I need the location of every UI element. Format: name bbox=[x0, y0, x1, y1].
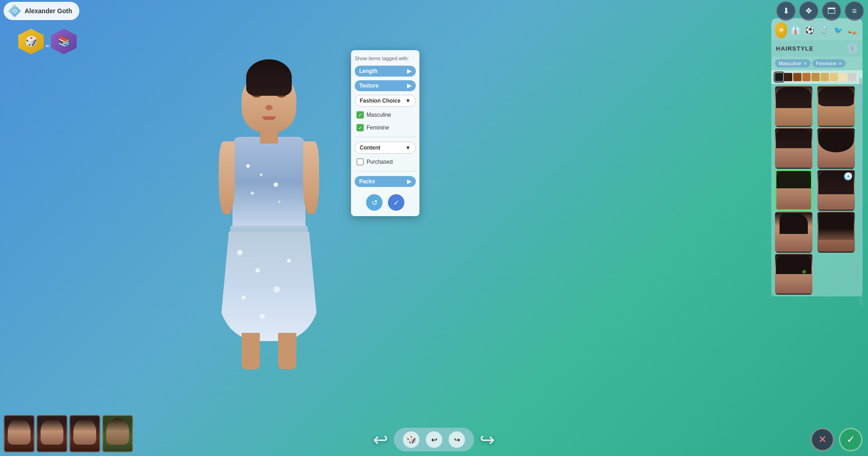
filter-reset-button[interactable]: ↺ bbox=[366, 194, 382, 211]
filter-texture-dropdown[interactable]: Texture ▶ bbox=[355, 80, 416, 91]
bottom-right-actions: ✕ ✓ bbox=[811, 428, 863, 451]
download-button[interactable]: ⬇ bbox=[776, 1, 796, 21]
redo-button[interactable]: ↪ bbox=[449, 431, 465, 448]
sim-right-arm bbox=[303, 141, 319, 214]
shirt-category-icon[interactable]: 👔 bbox=[789, 22, 801, 38]
rotate-left-button[interactable]: ↩ bbox=[373, 429, 388, 450]
tag-masculine-remove[interactable]: ✕ bbox=[803, 61, 807, 66]
sim-dress-top bbox=[232, 137, 305, 228]
sim-character[interactable] bbox=[210, 55, 328, 383]
color-auburn[interactable] bbox=[802, 73, 811, 81]
sim-thumb-2[interactable] bbox=[36, 415, 67, 452]
hair-option-2[interactable] bbox=[817, 86, 855, 127]
bottom-center-controls: ↩ 🎲 ↩ ↪ ↪ bbox=[373, 428, 495, 451]
sim-nose bbox=[265, 105, 273, 110]
filter-masculine-label: Masculine bbox=[367, 112, 391, 118]
body-category-icon[interactable]: ☀ bbox=[775, 22, 787, 38]
hair-option-5[interactable] bbox=[775, 170, 812, 211]
divider-2 bbox=[355, 171, 416, 171]
hairstyle-title-row: Hairstyle i bbox=[771, 40, 863, 57]
sim-thumb-4[interactable] bbox=[102, 415, 133, 452]
filter-masculine-checkbox[interactable]: ✓ bbox=[356, 111, 364, 119]
filter-masculine-row[interactable]: ✓ Masculine bbox=[355, 110, 416, 119]
accessories-category-icon[interactable]: 💍 bbox=[818, 22, 830, 38]
bird-category-icon[interactable]: 🐦 bbox=[832, 22, 844, 38]
divider-1 bbox=[355, 137, 416, 137]
confirm-button[interactable]: ✓ bbox=[839, 428, 863, 451]
filter-content-arrow: ▼ bbox=[405, 145, 411, 151]
top-left: ◇ Alexander Goth bbox=[4, 2, 79, 20]
tag-masculine: Masculine ✕ bbox=[775, 59, 811, 67]
filter-purchased-row[interactable]: Purchased bbox=[355, 157, 416, 166]
filter-feminine-row[interactable]: ✓ Feminine bbox=[355, 123, 416, 132]
color-black[interactable] bbox=[775, 73, 783, 81]
sim-thumb-1[interactable] bbox=[4, 415, 35, 452]
hair-option-8[interactable] bbox=[817, 212, 855, 253]
sim-left-arm bbox=[219, 141, 235, 214]
hair-option-3[interactable] bbox=[775, 128, 812, 169]
hex-connector bbox=[46, 45, 49, 47]
hairstyle-info-button[interactable]: i bbox=[847, 43, 858, 54]
dice-button[interactable]: 🎲 bbox=[403, 431, 419, 448]
filter-length-dropdown[interactable]: Length ▶ bbox=[355, 66, 416, 77]
sim-left-leg bbox=[242, 333, 260, 369]
filter-content-dropdown[interactable]: Content ▼ bbox=[355, 142, 416, 154]
color-light-blonde[interactable] bbox=[830, 73, 838, 81]
hair-option-7[interactable] bbox=[775, 212, 812, 253]
sim-name-badge[interactable]: ◇ Alexander Goth bbox=[4, 2, 79, 20]
filter-content-label: Content bbox=[360, 145, 380, 151]
hair-options-grid: ▲ bbox=[771, 84, 863, 296]
filter-purchased-checkbox[interactable] bbox=[356, 158, 364, 166]
sim-mouth bbox=[262, 116, 276, 120]
rotate-right-button[interactable]: ↪ bbox=[480, 429, 495, 450]
tag-feminine-label: Feminine bbox=[816, 61, 837, 66]
hairstyle-title: Hairstyle bbox=[776, 45, 814, 52]
soccer-category-icon[interactable]: ⚽ bbox=[804, 22, 816, 38]
hair-option-4[interactable] bbox=[817, 128, 855, 169]
menu-button[interactable]: ≡ bbox=[844, 1, 864, 21]
sim-right-leg bbox=[278, 333, 296, 369]
cancel-button[interactable]: ✕ bbox=[811, 428, 834, 451]
filter-fashion-choice-arrow: ▼ bbox=[405, 98, 411, 104]
filter-feminine-checkbox[interactable]: ✓ bbox=[356, 124, 364, 131]
shoes-category-icon[interactable]: 👡 bbox=[847, 22, 859, 38]
tag-row: Masculine ✕ Feminine ✕ bbox=[771, 57, 863, 70]
hair-option-9[interactable] bbox=[775, 254, 812, 295]
sim-name: Alexander Goth bbox=[25, 7, 72, 15]
scrollbar-thumb[interactable] bbox=[859, 78, 862, 114]
filter-packs-arrow: ▶ bbox=[407, 178, 411, 185]
hex-badges: 🎲 📚 bbox=[18, 29, 77, 54]
filter-fashion-choice-dropdown[interactable]: Fashion Choice ▼ bbox=[355, 95, 416, 107]
scrollbar-track bbox=[859, 78, 863, 306]
color-platinum[interactable] bbox=[839, 73, 847, 81]
diamond-icon: ◇ bbox=[8, 5, 21, 17]
color-blonde[interactable] bbox=[821, 73, 829, 81]
sim-skirt bbox=[219, 232, 319, 341]
hex-gold-badge[interactable]: 🎲 bbox=[18, 29, 44, 54]
share-button[interactable]: ❖ bbox=[799, 1, 819, 21]
color-swatch-row bbox=[771, 70, 863, 84]
color-dark-brown[interactable] bbox=[784, 73, 792, 81]
color-gray[interactable] bbox=[848, 73, 856, 81]
color-blonde-dark[interactable] bbox=[811, 73, 820, 81]
gallery-button[interactable]: 🗖 bbox=[822, 1, 842, 21]
filter-purchased-label: Purchased bbox=[367, 159, 393, 165]
filter-texture-arrow: ▶ bbox=[407, 83, 411, 89]
hair-option-6[interactable]: ▲ bbox=[817, 170, 855, 211]
filter-texture-label: Texture bbox=[359, 83, 378, 89]
color-brown[interactable] bbox=[793, 73, 801, 81]
tag-feminine-remove[interactable]: ✕ bbox=[838, 61, 842, 66]
top-right-buttons: ⬇ ❖ 🗖 ≡ bbox=[776, 1, 864, 21]
top-bar: ◇ Alexander Goth ⬇ ❖ 🗖 ≡ bbox=[0, 0, 868, 22]
undo-button[interactable]: ↩ bbox=[426, 431, 442, 448]
sim-thumbnails bbox=[4, 415, 133, 452]
filter-packs-dropdown[interactable]: Packs ▶ bbox=[355, 176, 416, 187]
hex-purple-badge[interactable]: 📚 bbox=[51, 29, 77, 54]
filter-apply-button[interactable]: ✓ bbox=[388, 194, 404, 211]
tag-feminine: Feminine ✕ bbox=[812, 59, 846, 67]
filter-feminine-label: Feminine bbox=[367, 124, 389, 131]
filter-length-arrow: ▶ bbox=[407, 68, 411, 74]
filter-show-label: Show items tagged with: bbox=[355, 56, 416, 61]
sim-thumb-3[interactable] bbox=[69, 415, 100, 452]
hair-option-1[interactable] bbox=[775, 86, 812, 127]
